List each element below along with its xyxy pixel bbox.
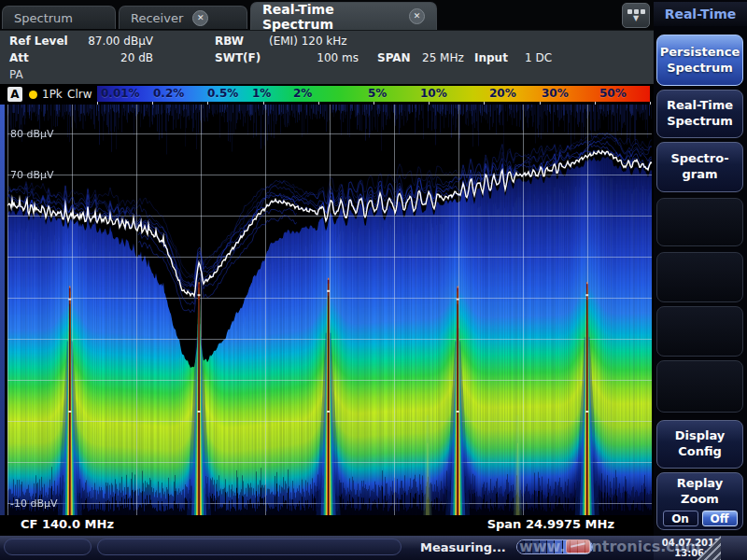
- rbw-value[interactable]: (EMI) 120 kHz: [269, 35, 347, 48]
- chevron-down-icon: ▼: [633, 15, 639, 22]
- progress-cell: [563, 540, 570, 553]
- trace-mode[interactable]: Clrw: [67, 88, 92, 101]
- swt-value[interactable]: 100 ms: [269, 51, 359, 64]
- trace-color-icon: [29, 91, 37, 99]
- window-id-badge: A: [7, 87, 22, 102]
- analyzer-screen: Spectrum Receiver ✕ Real-Time Spectrum ✕…: [0, 0, 747, 560]
- scale-label: 2%: [293, 87, 312, 100]
- progress-cell: [532, 540, 539, 553]
- tab-real-time-spectrum[interactable]: Real-Time Spectrum ✕: [250, 2, 437, 30]
- spectrum-window: A 1Pk Clrw 0.01%0.2%0.5%1%2%5%10%20%30%5…: [0, 84, 654, 534]
- status-button-left[interactable]: [4, 539, 92, 555]
- progress-cell: [585, 540, 592, 553]
- progress-cell: [547, 540, 554, 553]
- scale-label: 50%: [599, 87, 627, 100]
- scale-label: 0.01%: [101, 87, 140, 100]
- softkey-display-config[interactable]: DisplayConfig: [656, 420, 743, 469]
- datetime-panel: 04.07.2012 13:06:13: [654, 536, 747, 560]
- softkey-menu-title: Real-Time: [654, 2, 747, 26]
- span-value[interactable]: 25 MHz: [422, 51, 464, 64]
- trace-name[interactable]: 1Pk: [42, 88, 63, 101]
- replay-zoom-on-button[interactable]: On: [663, 511, 698, 526]
- scale-label: 5%: [368, 87, 387, 100]
- scale-label: 0.5%: [207, 87, 238, 100]
- att-label: Att: [9, 51, 29, 64]
- span-label: SPAN: [377, 51, 411, 64]
- softkey-spectro--gram[interactable]: Spectro-gram: [656, 142, 743, 192]
- input-value[interactable]: 1 DC: [525, 51, 552, 64]
- softkey-empty-4: [656, 252, 743, 302]
- ref-level-label: Ref Level: [9, 35, 68, 48]
- density-color-scale: 0.01%0.2%0.5%1%2%5%10%20%30%50%: [97, 86, 650, 102]
- frequency-footer: CF 140.0 MHz Span 24.9975 MHz: [0, 515, 654, 534]
- replay-zoom-off-button[interactable]: Off: [702, 511, 738, 526]
- progress-cell: [578, 540, 585, 553]
- softkey-empty-6: [656, 360, 743, 413]
- window-focus-edge: [0, 84, 5, 533]
- softkey-replay-zoom-line2: Zoom: [681, 492, 719, 508]
- measuring-status: Measuring...: [420, 540, 506, 554]
- settings-header: Ref Level 87.00 dBµV Att 20 dB PA RBW (E…: [0, 30, 654, 85]
- tab-bar: Spectrum Receiver ✕ Real-Time Spectrum ✕…: [0, 0, 654, 30]
- progress-cell: [540, 540, 546, 553]
- softkey-replay-zoom[interactable]: Replay Zoom On Off: [656, 472, 743, 530]
- persistence-spectrum-plot: [7, 105, 652, 515]
- progress-cell: [525, 540, 531, 553]
- att-value[interactable]: 20 dB: [80, 51, 153, 64]
- tab-spectrum[interactable]: Spectrum: [2, 6, 116, 29]
- progress-cell: [555, 540, 561, 553]
- softkey-sidebar: Real-Time PersistenceSpectrumReal-TimeSp…: [654, 0, 747, 560]
- scale-label: 30%: [542, 87, 569, 100]
- ref-level-value[interactable]: 87.00 dBµV: [80, 35, 153, 48]
- swt-label: SWT(F): [215, 51, 261, 64]
- input-label: Input: [474, 51, 508, 64]
- tab-list-icon: [627, 9, 645, 14]
- tab-overview-button[interactable]: ▼: [622, 3, 650, 28]
- tab-spectrum-label: Spectrum: [14, 11, 73, 25]
- softkey-real-time-spectrum[interactable]: Real-TimeSpectrum: [656, 90, 743, 138]
- scale-label: 10%: [420, 87, 447, 100]
- replay-zoom-toggle: On Off: [663, 511, 738, 526]
- progress-cell: [517, 540, 524, 553]
- preamp-value[interactable]: PA: [9, 68, 23, 81]
- span-footer-value[interactable]: Span 24.9975 MHz: [487, 515, 614, 534]
- softkey-persistence-spectrum[interactable]: PersistenceSpectrum: [656, 35, 743, 86]
- tab-receiver-label: Receiver: [131, 11, 183, 25]
- rbw-label: RBW: [215, 35, 244, 48]
- softkey-empty-5: [656, 306, 743, 357]
- scale-label: 0.2%: [153, 87, 184, 100]
- status-message-bar: [97, 539, 402, 555]
- measurement-progress-bar: [516, 539, 593, 554]
- tab-real-time-spectrum-label: Real-Time Spectrum: [262, 2, 400, 32]
- scale-label: 20%: [489, 87, 516, 100]
- close-icon[interactable]: ✕: [192, 10, 208, 26]
- softkey-replay-zoom-line1: Replay: [677, 476, 723, 492]
- scale-label: 1%: [252, 87, 271, 100]
- softkey-empty-3: [656, 198, 743, 246]
- trace-legend-row: A 1Pk Clrw 0.01%0.2%0.5%1%2%5%10%20%30%5…: [0, 84, 654, 105]
- progress-cell: [571, 540, 577, 553]
- status-bar: Measuring...: [0, 536, 654, 560]
- tab-receiver[interactable]: Receiver ✕: [119, 6, 247, 29]
- center-frequency-value[interactable]: CF 140.0 MHz: [21, 515, 114, 534]
- close-icon[interactable]: ✕: [409, 8, 425, 24]
